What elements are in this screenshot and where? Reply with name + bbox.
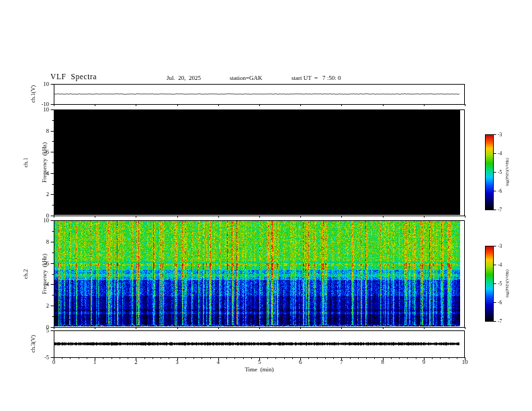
colorbar1-tick--3: -3: [498, 132, 502, 138]
ytick-ch1_spectrogram-6: 6: [46, 148, 49, 155]
xtick-4: 4: [217, 359, 220, 365]
xtick-9: 9: [423, 359, 425, 365]
colorbar2-tick--6: -6: [498, 300, 502, 306]
vlf-spectra-figure: VLF Spectra Jul. 20, 2025 station=GAK st…: [0, 0, 532, 411]
ytick-ch2_spectrogram-6: 6: [46, 260, 49, 267]
xtick-1: 1: [93, 359, 96, 365]
xtick-3: 3: [175, 359, 178, 365]
ytick-ch2_spectrogram-4: 4: [46, 281, 49, 287]
colorbar2-label: log(PSD)(V²/Hz): [505, 269, 509, 297]
xtick-7: 7: [340, 359, 343, 365]
ylabel-ch1-spectrogram-line1: ch.1: [22, 142, 28, 183]
ytick-ch2_spectrogram-8: 8: [46, 238, 49, 245]
ylabel-ch2-spectrogram: ch.2 Frequency (kHz): [10, 254, 60, 294]
ylabel-ch3-voltage: ch.3(V): [30, 335, 36, 353]
ytick-ch1_voltage-10: 10: [44, 81, 50, 87]
colorbar1-tick--6: -6: [498, 188, 502, 194]
ylabel-ch1-voltage: ch.1(V): [30, 85, 36, 103]
ytick-ch1_spectrogram-8: 8: [46, 128, 49, 134]
plot-title: VLF Spectra: [50, 73, 97, 81]
ytick-ch1_spectrogram-4: 4: [46, 170, 49, 177]
xtick-5: 5: [258, 359, 261, 365]
ytick-ch3_voltage-5: 5: [46, 327, 49, 334]
ytick-ch2_spectrogram-2: 2: [46, 302, 49, 309]
ytick-ch1_spectrogram-10: 10: [44, 106, 50, 113]
ytick-ch2_spectrogram-10: 10: [44, 217, 50, 224]
ylabel-ch1-spectrogram: ch.1 Frequency (kHz): [10, 142, 60, 183]
colorbar2-tick--4: -4: [498, 262, 502, 268]
xaxis-label: Time (min): [245, 366, 273, 373]
colorbar1-tick--5: -5: [498, 169, 502, 175]
ylabel-ch2-spectrogram-line1: ch.2: [22, 254, 28, 294]
spectrogram-plot-canvas: [0, 0, 532, 411]
colorbar1-label: log(PSD)(V²/Hz): [505, 158, 509, 185]
station-label: station=GAK: [230, 75, 263, 81]
xtick-2: 2: [134, 359, 137, 365]
colorbar2-tick--3: -3: [498, 243, 502, 249]
colorbar1-tick--7: -7: [498, 207, 502, 213]
colorbar2-tick--7: -7: [498, 318, 502, 324]
xtick-0: 0: [52, 359, 55, 365]
xtick-8: 8: [381, 359, 384, 365]
ytick-ch1_spectrogram-2: 2: [46, 191, 49, 197]
start-ut-label: start UT = 7 :50: 0: [292, 75, 341, 81]
xtick-10: 10: [462, 359, 468, 365]
colorbar1-tick--4: -4: [498, 150, 502, 156]
xtick-6: 6: [299, 359, 302, 365]
ytick-ch3_voltage--5: -5: [44, 354, 49, 361]
colorbar2-tick--5: -5: [498, 281, 502, 287]
date-label: Jul. 20, 2025: [167, 75, 201, 81]
